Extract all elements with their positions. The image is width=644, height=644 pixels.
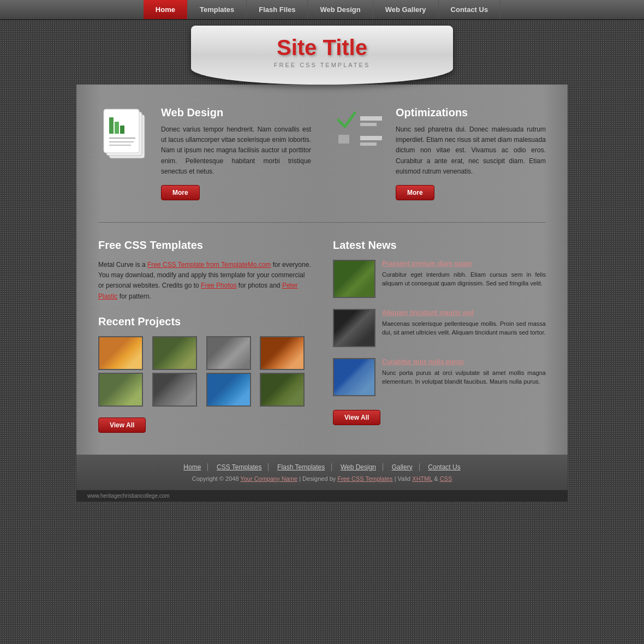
top-navigation: Home Templates Flash Files Web Design We… — [0, 0, 644, 20]
free-css-text: Metal Curve is a Free CSS Template from … — [98, 260, 311, 302]
company-name-link[interactable]: Your Company Name — [240, 475, 297, 482]
footer-copyright: Copyright © 2048 Your Company Name | Des… — [98, 475, 546, 482]
news-content-3: Curabitur quis nulla purus Nunc porta pu… — [382, 358, 546, 396]
lower-left-col: Free CSS Templates Metal Curve is a Free… — [98, 239, 311, 433]
site-subtitle: FREE CSS TEMPLATES — [207, 62, 437, 68]
nav-link-webdesign[interactable]: Web Design — [308, 0, 373, 19]
nav-item-templates[interactable]: Templates — [188, 0, 247, 19]
free-css-text1: Metal Curve is a — [98, 261, 147, 269]
webdesign-content: Web Design Donec varius tempor hendrerit… — [161, 106, 311, 200]
news-link-1[interactable]: Praesent pretium diam quam — [382, 260, 546, 267]
svg-rect-11 — [338, 135, 349, 144]
svg-rect-9 — [360, 116, 382, 121]
nav-link-templates[interactable]: Templates — [188, 0, 247, 19]
nav-link-gallery[interactable]: Web Gallery — [373, 0, 439, 19]
optimizations-svg — [333, 106, 387, 156]
news-text-3: Nunc porta purus at orci vulputate sit a… — [382, 368, 546, 386]
site-title: Site Title — [207, 35, 437, 59]
footer-link-css[interactable]: CSS Templates — [210, 463, 269, 471]
free-css-text3: for photos and — [238, 282, 282, 289]
nav-item-webdesign[interactable]: Web Design — [308, 0, 373, 19]
nav-item-contact[interactable]: Contact Us — [439, 0, 501, 19]
nav-item-gallery[interactable]: Web Gallery — [373, 0, 439, 19]
projects-view-all-button[interactable]: View All — [98, 418, 146, 433]
optimizations-text: Nunc sed pharetra dui. Donec malesuada r… — [396, 124, 546, 177]
designer-link[interactable]: Free CSS Templates — [337, 475, 392, 482]
webdesign-heading: Web Design — [161, 106, 311, 119]
free-css-heading: Free CSS Templates — [98, 239, 311, 252]
copyright-text: Copyright © 2048 — [192, 475, 241, 482]
svg-rect-4 — [115, 122, 119, 134]
webdesign-icon — [98, 106, 153, 161]
nav-link-flash[interactable]: Flash Files — [247, 0, 308, 19]
svg-rect-3 — [109, 117, 114, 134]
section-divider — [98, 222, 546, 223]
news-item-2: Aliquam tincidunt mauris sed Maecenas sc… — [333, 309, 546, 347]
footer-link-contact[interactable]: Contact Us — [421, 463, 467, 471]
news-item-3: Curabitur quis nulla purus Nunc porta pu… — [333, 358, 546, 396]
lower-row: Free CSS Templates Metal Curve is a Free… — [98, 239, 546, 433]
footer-nav: Home CSS Templates Flash Templates Web D… — [98, 463, 546, 471]
feature-optimizations: Optimizations Nunc sed pharetra dui. Don… — [333, 106, 546, 200]
latest-news-heading: Latest News — [333, 239, 546, 252]
nav-link-contact[interactable]: Contact Us — [439, 0, 501, 19]
optimizations-more-button[interactable]: More — [396, 185, 434, 200]
nav-link-home[interactable]: Home — [144, 0, 188, 19]
recent-projects-heading: Recent Projects — [98, 315, 311, 328]
main-content: Web Design Donec varius tempor hendrerit… — [76, 85, 568, 455]
webdesign-more-button[interactable]: More — [161, 185, 200, 200]
footer-link-gallery[interactable]: Gallery — [385, 463, 420, 471]
news-view-all-button[interactable]: View All — [333, 410, 380, 425]
feature-webdesign: Web Design Donec varius tempor hendrerit… — [98, 106, 311, 200]
news-link-2[interactable]: Aliquam tincidunt mauris sed — [382, 309, 546, 317]
project-thumb-4[interactable] — [260, 336, 305, 370]
news-thumb-3 — [333, 358, 375, 396]
news-text-1: Curabitur eget interdum nibh. Etiam curs… — [382, 270, 546, 288]
and-text: & — [434, 475, 439, 482]
project-thumb-7[interactable] — [206, 373, 251, 407]
nav-item-home[interactable]: Home — [144, 0, 188, 19]
webdesign-text: Donec varius tempor hendrerit. Nam conva… — [161, 124, 311, 177]
features-row: Web Design Donec varius tempor hendrerit… — [98, 96, 546, 217]
optimizations-content: Optimizations Nunc sed pharetra dui. Don… — [396, 106, 546, 200]
footer-link-flash[interactable]: Flash Templates — [271, 463, 332, 471]
project-thumb-2[interactable] — [152, 336, 197, 370]
free-css-link1[interactable]: Free CSS Template from TemplateMo.com — [147, 261, 271, 269]
news-text-2: Maecenas scelerisque pellentesque mollis… — [382, 319, 546, 337]
nav-item-flash[interactable]: Flash Files — [247, 0, 308, 19]
webdesign-svg — [98, 106, 153, 166]
project-thumb-3[interactable] — [206, 336, 251, 370]
news-thumb-2 — [333, 309, 375, 347]
projects-grid — [98, 336, 311, 407]
footer-link-home[interactable]: Home — [177, 463, 208, 471]
xhtml-link[interactable]: XHTML — [412, 475, 432, 482]
lower-right-col: Latest News Praesent pretium diam quam C… — [333, 239, 546, 433]
valid-text: | Valid — [395, 475, 413, 482]
project-thumb-1[interactable] — [98, 336, 143, 370]
svg-rect-5 — [120, 126, 124, 134]
bottom-bar: www.heritagechristiancollege.com — [76, 490, 568, 502]
svg-rect-13 — [360, 142, 377, 146]
svg-rect-12 — [360, 136, 382, 140]
project-thumb-5[interactable] — [98, 373, 143, 407]
optimizations-icon — [333, 106, 387, 161]
free-css-link2[interactable]: Free Photos — [201, 282, 236, 289]
site-header: Site Title FREE CSS TEMPLATES — [76, 20, 568, 85]
css-link[interactable]: CSS — [440, 475, 452, 482]
free-css-text4: for pattern. — [120, 293, 151, 300]
news-link-3[interactable]: Curabitur quis nulla purus — [382, 358, 546, 366]
footer-link-webdesign[interactable]: Web Design — [334, 463, 383, 471]
footer-area: Home CSS Templates Flash Templates Web D… — [76, 455, 568, 490]
designed-by-text: | Designed by — [299, 475, 337, 482]
news-item-1: Praesent pretium diam quam Curabitur ege… — [333, 260, 546, 298]
news-thumb-1 — [333, 260, 375, 298]
bottom-url: www.heritagechristiancollege.com — [87, 493, 170, 499]
logo-box: Site Title FREE CSS TEMPLATES — [191, 26, 453, 85]
project-thumb-8[interactable] — [260, 373, 305, 407]
project-thumb-6[interactable] — [152, 373, 197, 407]
news-content-2: Aliquam tincidunt mauris sed Maecenas sc… — [382, 309, 546, 347]
news-content-1: Praesent pretium diam quam Curabitur ege… — [382, 260, 546, 298]
svg-rect-10 — [360, 123, 377, 126]
optimizations-heading: Optimizations — [396, 106, 546, 119]
